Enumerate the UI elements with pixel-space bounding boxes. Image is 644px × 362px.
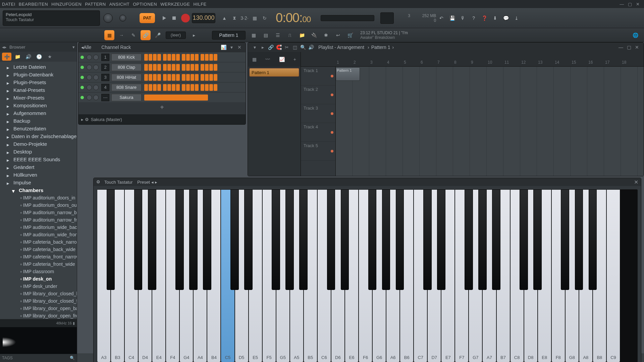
playlist-track-header[interactable]: Track 4	[301, 123, 335, 142]
info-icon[interactable]: ?	[469, 14, 478, 22]
keyboard-keys[interactable]: A3B3C4D4E4F4G4A4B4C5D5E5F5G5A5B5C6D6E6F6…	[97, 189, 638, 362]
browser-subitem[interactable]: ▫ IMP auditorium_narrow_back	[0, 209, 77, 216]
picker-tab-patterns[interactable]: ▦	[252, 57, 257, 62]
piano-roll-button[interactable]: →	[116, 30, 126, 40]
piano-black-key[interactable]	[244, 189, 253, 290]
browser-item[interactable]: ▸Desktop	[0, 148, 77, 156]
menu-datei[interactable]: DATEI	[2, 2, 15, 7]
playlist-window[interactable]: ▾ ▸ 🔗 🧲 ✂ ◫ 🔍 🔊 Playlist - Arrangement ›…	[248, 42, 644, 176]
channel-rack-filter[interactable]: Alle	[84, 45, 91, 50]
piano-black-key[interactable]	[341, 189, 349, 290]
chanrack-close-icon[interactable]: ✕	[236, 44, 243, 51]
browser-subitem[interactable]: ▫ IMP auditorium_doors_in	[0, 194, 77, 201]
link-button[interactable]: 🔗	[141, 30, 151, 40]
playlist-maximize-icon[interactable]: ▢	[626, 44, 632, 51]
help-icon[interactable]: ❓	[480, 14, 489, 22]
piano-black-key[interactable]	[230, 189, 239, 290]
time-display[interactable]: 0:00:00	[276, 11, 311, 25]
browser-subitem[interactable]: ▫ IMP library_door_closed_back	[0, 290, 77, 297]
menu-bearbeiten[interactable]: BEARBEITEN	[19, 2, 48, 7]
snap-play-button[interactable]: ▸	[189, 30, 199, 40]
channel-row[interactable]: ---Sakura	[78, 92, 246, 102]
window-close[interactable]: ✕	[634, 1, 642, 7]
browser-star-icon[interactable]: ★	[45, 53, 54, 61]
browser-subitem[interactable]: ▫ IMP cafeteria_front_narrow	[0, 253, 77, 260]
pattern-selector[interactable]: Pattern 1	[212, 31, 246, 40]
piano-black-key[interactable]	[465, 189, 473, 290]
browser-subitem[interactable]: ▫ IMP cafeteria_back_narrow	[0, 238, 77, 246]
view-playlist-button[interactable]: ▦	[249, 30, 259, 40]
close-all-button[interactable]: ↩	[333, 30, 343, 40]
main-volume-knob[interactable]	[103, 13, 113, 23]
browser-subitem[interactable]: ▫ IMP desk_under	[0, 283, 77, 290]
song-progress[interactable]	[321, 15, 374, 21]
piano-black-key[interactable]	[437, 189, 445, 290]
view-plugin-button[interactable]: 🔌	[309, 30, 319, 40]
browser-subitem[interactable]: ▫ IMP library_door_open_front	[0, 312, 77, 319]
browser-item[interactable]: ▸Hüllkurven	[0, 171, 77, 179]
piano-black-key[interactable]	[382, 189, 390, 290]
browser-subitem[interactable]: ▫ IMP classroom	[0, 268, 77, 275]
piano-black-key[interactable]	[134, 189, 143, 290]
piano-black-key[interactable]	[189, 189, 198, 290]
playlist-pattern-sel[interactable]: Pattern 1	[371, 45, 390, 50]
browser-item[interactable]: ▸Geändert	[0, 163, 77, 171]
menu-hinzufuegen[interactable]: HINZUFÜGEN	[51, 2, 82, 7]
browser-subitem[interactable]: ▫ IMP auditorium_doors_out	[0, 201, 77, 209]
piano-black-key[interactable]	[520, 189, 528, 290]
browser-audio-icon[interactable]: 🔊	[23, 53, 33, 61]
paint-button[interactable]: ✎	[128, 30, 139, 40]
piano-black-key[interactable]	[533, 189, 542, 290]
keyboard-close-icon[interactable]: ✕	[634, 179, 638, 185]
browser-item[interactable]: ▸Plugin-Presets	[0, 78, 77, 86]
piano-black-key[interactable]	[299, 189, 308, 290]
playlist-close-icon[interactable]: ✕	[634, 44, 640, 51]
piano-black-key[interactable]	[423, 189, 432, 290]
browser-item[interactable]: ▸Daten in der Zwischenablage	[0, 132, 77, 140]
playlist-button[interactable]: ▦	[104, 30, 114, 40]
channel-row[interactable]: 4808 Snare	[78, 82, 246, 92]
piano-black-key[interactable]	[175, 189, 184, 290]
piano-black-key[interactable]	[285, 189, 294, 290]
browser-folder-icon[interactable]: 📁	[13, 53, 22, 61]
menu-ansicht[interactable]: ANSICHT	[109, 2, 130, 7]
piano-black-key[interactable]	[561, 189, 569, 290]
menu-bar[interactable]: DATEI BEARBEITEN HINZUFÜGEN PATTERN ANSI…	[0, 0, 644, 8]
browser-subitem[interactable]: ▫ IMP auditorium_wide_front	[0, 231, 77, 238]
browser-subitem[interactable]: ▫ IMP auditorium_narrow_front	[0, 216, 77, 224]
channel-add-button[interactable]: +	[78, 102, 246, 112]
piano-black-key[interactable]	[272, 189, 280, 290]
playlist-cut-icon[interactable]: ✂	[283, 44, 290, 51]
chanrack-options-icon[interactable]: ▾	[228, 44, 235, 51]
browser-subitem[interactable]: ▫ IMP desk_on	[0, 275, 77, 283]
browser-subitem[interactable]: ▫ IMP cafeteria_back_wide	[0, 246, 77, 253]
playlist-grid[interactable]: Pattern 1	[336, 67, 644, 176]
shop-button[interactable]: 🛒	[345, 30, 355, 40]
export-icon[interactable]: ⬇	[491, 14, 499, 22]
record-button[interactable]	[181, 14, 190, 22]
sakura-wrapper-label[interactable]: ▸ ⚙ Sakura (Master)	[78, 114, 246, 124]
piano-black-key[interactable]	[575, 189, 583, 290]
piano-black-key[interactable]	[478, 189, 487, 290]
keyboard-gear-icon[interactable]: ⚙	[96, 179, 102, 185]
browser-subitem[interactable]: ▫ IMP cafeteria_front_wide	[0, 260, 77, 268]
channel-row[interactable]: 3808 HiHat	[78, 72, 246, 82]
browser-item[interactable]: ▸Aufgenommen	[0, 109, 77, 117]
picker-pattern-1[interactable]: Pattern 1	[249, 68, 299, 77]
playlist-magnet-icon[interactable]: 🧲	[275, 44, 282, 51]
account-icon[interactable]: 💬	[501, 14, 510, 22]
browser-subitem[interactable]: ▫ IMP auditorium_wide_back	[0, 224, 77, 231]
browser-item[interactable]: ▸Benutzerdaten	[0, 125, 77, 132]
browser-item[interactable]: ▸Backup	[0, 117, 77, 125]
browser-clock-icon[interactable]: 🕐	[34, 53, 44, 61]
chanrack-graph-icon[interactable]: 📊	[220, 44, 227, 51]
piano-white-key-C9[interactable]: C9	[606, 189, 620, 362]
snap-selector[interactable]: (leer)	[166, 32, 186, 39]
undo-icon[interactable]: ↶	[437, 14, 446, 22]
browser-item[interactable]: ▸Demo-Projekte	[0, 140, 77, 148]
playlist-menu-icon[interactable]: ▾	[251, 44, 258, 51]
channel-row[interactable]: 1808 Kick	[78, 52, 246, 62]
download-icon[interactable]: ⤓	[512, 14, 521, 22]
picker-add-button[interactable]: +	[293, 57, 296, 62]
wait-icon[interactable]: 3·2·	[240, 14, 249, 22]
